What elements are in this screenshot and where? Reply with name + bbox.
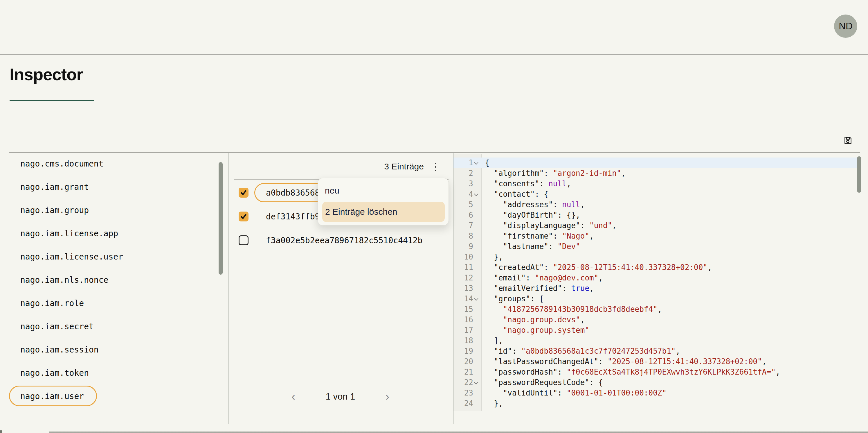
code-token: , xyxy=(762,357,767,366)
code-line[interactable]: 9 "lastname": "Dev" xyxy=(454,241,857,252)
code-line[interactable]: 11 "createdAt": "2025-08-12T15:41:40.337… xyxy=(454,262,857,272)
code-content: { xyxy=(479,158,857,167)
code-content: "validUntil": "0001-01-01T00:00:00Z" xyxy=(479,388,857,397)
entries-count-label: 3 Einträge xyxy=(334,162,424,171)
sidebar-scrollbar[interactable] xyxy=(219,162,223,275)
code-token: "nago@dev.com" xyxy=(535,273,598,282)
code-token: null xyxy=(548,179,567,188)
code-line[interactable]: 14 "groups": [ xyxy=(454,293,857,304)
code-token: "nago.group.devs" xyxy=(485,315,580,324)
code-line[interactable]: 22 "passwordRequestCode": { xyxy=(454,377,857,388)
code-line[interactable]: 20 "lastPasswordChangedAt": "2025-08-12T… xyxy=(454,356,857,367)
sidebar-item-nago.iam.license.user[interactable]: nago.iam.license.user xyxy=(9,245,219,268)
sidebar-item-nago.iam.secret[interactable]: nago.iam.secret xyxy=(9,315,219,338)
code-content: "nago.group.devs", xyxy=(479,315,857,324)
code-token: , xyxy=(580,315,585,324)
code-line[interactable]: 8 "firstname": "Nago", xyxy=(454,231,857,241)
line-number: 16 xyxy=(454,315,473,324)
context-menu-item-label: neu xyxy=(325,186,339,196)
context-menu: neu2 Einträge löschen xyxy=(318,178,449,226)
line-number: 15 xyxy=(454,305,473,314)
sidebar-item-nago.iam.user[interactable]: nago.iam.user xyxy=(9,384,219,408)
entry-checkbox-checked[interactable] xyxy=(239,211,248,222)
code-line[interactable]: 15 "4187256789143b30918dcb3fd8deebf4", xyxy=(454,304,857,314)
code-line[interactable]: 16 "nago.group.devs", xyxy=(454,314,857,325)
chevron-right-icon: › xyxy=(385,391,389,403)
sidebar-item-nago.iam.license.app[interactable]: nago.iam.license.app xyxy=(9,222,219,245)
code-line[interactable]: 18 ], xyxy=(454,335,857,346)
entry-checkbox-checked[interactable] xyxy=(239,188,248,198)
code-line[interactable]: 4 "contact": { xyxy=(454,189,857,199)
sidebar-item-label: nago.iam.grant xyxy=(20,182,89,192)
code-line[interactable]: 17 "nago.group.system" xyxy=(454,325,857,335)
code-token: : xyxy=(553,232,562,240)
prev-page-button[interactable]: ‹ xyxy=(288,391,298,402)
code-token: : xyxy=(553,200,562,209)
code-line[interactable]: 1{ xyxy=(454,157,857,168)
sidebar-item-nago.iam.grant[interactable]: nago.iam.grant xyxy=(9,175,219,199)
code-line[interactable]: 24 }, xyxy=(454,398,857,409)
code-line[interactable]: 23 "validUntil": "0001-01-01T00:00:00Z" xyxy=(454,388,857,398)
code-token: ], xyxy=(485,336,503,345)
code-content: "id": "a0bdb836568a1c3c7f70247253d457b1"… xyxy=(479,347,857,355)
code-token: "Nago" xyxy=(562,232,589,240)
entries-menu-button[interactable] xyxy=(431,161,440,173)
code-token: "lastPasswordChangedAt" xyxy=(485,357,598,366)
code-content: "contact": { xyxy=(479,190,857,199)
code-content: "nago.group.system" xyxy=(479,326,857,335)
sidebar-item-nago.iam.nls.nonce[interactable]: nago.iam.nls.nonce xyxy=(9,268,219,291)
sidebar-item-nago.iam.session[interactable]: nago.iam.session xyxy=(9,338,219,361)
line-number: 4 xyxy=(454,190,473,199)
sidebar-item-nago.iam.role[interactable]: nago.iam.role xyxy=(9,291,219,315)
avatar[interactable]: ND xyxy=(834,15,857,38)
fold-toggle[interactable] xyxy=(473,193,479,196)
code-line[interactable]: 6 "dayOfBirth": {}, xyxy=(454,210,857,220)
fold-toggle[interactable] xyxy=(473,381,479,384)
entry-id: f3a002e5b2eea78967182c5510c4412b xyxy=(266,228,423,252)
code-token: "createdAt" xyxy=(485,263,544,272)
entry-checkbox-unchecked[interactable] xyxy=(239,235,248,245)
code-token: "und" xyxy=(589,221,612,230)
editor-scrollbar[interactable] xyxy=(857,156,861,193)
pagination: ‹ 1 von 1 › xyxy=(228,386,453,407)
code-token: "id" xyxy=(485,347,512,355)
code-token: : xyxy=(580,221,589,230)
line-number: 11 xyxy=(454,263,473,272)
kebab-vertical-icon xyxy=(435,163,436,164)
line-number: 6 xyxy=(454,211,473,220)
entry-row[interactable]: f3a002e5b2eea78967182c5510c4412b xyxy=(228,228,453,252)
code-token: : xyxy=(557,368,566,376)
context-menu-item-neu[interactable]: neu xyxy=(325,180,339,201)
code-line[interactable]: 13 "emailVerified": true, xyxy=(454,283,857,293)
floppy-disk-icon xyxy=(843,136,853,145)
code-line[interactable]: 5 "addresses": null, xyxy=(454,199,857,210)
code-line[interactable]: 21 "passwordHash": "f0c68EcXtSa4Tk8j4TP0… xyxy=(454,367,857,377)
code-token: : xyxy=(544,263,553,272)
code-content: "emailVerified": true, xyxy=(479,284,857,293)
code-line[interactable]: 19 "id": "a0bdb836568a1c3c7f70247253d457… xyxy=(454,346,857,356)
sidebar-item-nago.iam.group[interactable]: nago.iam.group xyxy=(9,199,219,222)
next-page-button[interactable]: › xyxy=(383,391,392,402)
code-line[interactable]: 2 "algorithm": "argon2-id-min", xyxy=(454,168,857,178)
code-token: "a0bdb836568a1c3c7f70247253d457b1" xyxy=(521,347,676,355)
code-line[interactable]: 12 "email": "nago@dev.com", xyxy=(454,272,857,283)
code-content: "createdAt": "2025-08-12T15:41:40.337328… xyxy=(479,263,857,272)
sidebar-item-nago.iam.token[interactable]: nago.iam.token xyxy=(9,361,219,384)
code-content: "passwordRequestCode": { xyxy=(479,378,857,387)
code-line[interactable]: 7 "displayLanguage": "und", xyxy=(454,220,857,231)
sidebar-item-nago.cms.document[interactable]: nago.cms.document xyxy=(9,152,219,175)
code-token: : xyxy=(512,347,521,355)
json-editor[interactable]: 1{2 "algorithm": "argon2-id-min",3 "cons… xyxy=(454,157,857,409)
code-token: }, xyxy=(485,399,503,408)
fold-toggle[interactable] xyxy=(473,161,479,165)
code-content: }, xyxy=(479,253,857,261)
chevron-left-icon: ‹ xyxy=(291,391,295,403)
fold-toggle[interactable] xyxy=(473,297,479,300)
save-button[interactable] xyxy=(842,134,854,146)
code-line[interactable]: 10 }, xyxy=(454,252,857,262)
line-number: 19 xyxy=(454,347,473,355)
code-line[interactable]: 3 "consents": null, xyxy=(454,178,857,189)
code-token: "emailVerified" xyxy=(485,284,562,293)
chevron-down-icon xyxy=(474,192,478,196)
context-menu-item-delete[interactable]: 2 Einträge löschen xyxy=(322,202,445,222)
